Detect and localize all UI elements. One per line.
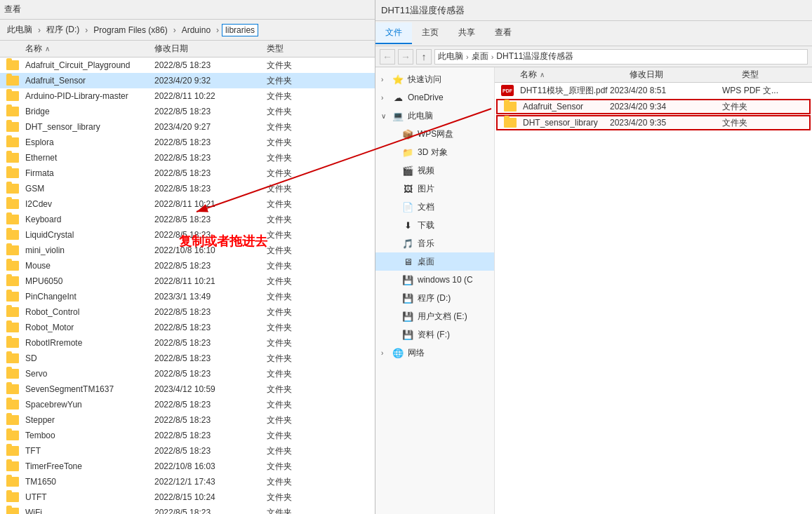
file-type-label: 文件夹: [267, 445, 375, 457]
left-file-row[interactable]: Temboo2022/8/5 18:23文件夹: [0, 428, 375, 443]
nav-item[interactable]: ⬇下载: [375, 216, 494, 234]
breadcrumb-drive[interactable]: 程序 (D:): [44, 23, 82, 36]
file-type-label: 文件夹: [267, 121, 375, 133]
tab-view[interactable]: 查看: [485, 22, 521, 44]
file-name-label: GSM: [25, 184, 154, 194]
left-file-row[interactable]: Mouse2022/8/5 18:23文件夹: [0, 258, 375, 273]
left-column-header: 名称 ∧ 修改日期 类型: [0, 41, 375, 58]
rb-desktop[interactable]: 桌面: [472, 50, 488, 62]
breadcrumb-arduino[interactable]: Arduino: [179, 25, 213, 36]
sep4: ›: [216, 25, 219, 35]
file-date-label: 2022/8/5 18:23: [154, 323, 267, 332]
forward-button[interactable]: →: [398, 49, 413, 65]
file-type-label: 文件夹: [267, 152, 375, 164]
file-name-label: RobotIRremote: [25, 338, 154, 348]
right-file-row[interactable]: PDFDHT11模块_原理图.pdf2023/4/20 8:51WPS PDF …: [495, 83, 812, 98]
nav-arrow-icon: ›: [381, 94, 391, 102]
left-file-row[interactable]: SevenSegmentTM16372023/4/12 10:59文件夹: [0, 381, 375, 397]
nav-item[interactable]: 🖥桌面: [375, 252, 494, 271]
nav-item[interactable]: 💾程序 (D:): [375, 289, 494, 307]
nav-item[interactable]: 💾用户文档 (E:): [375, 307, 494, 325]
rc-name-header[interactable]: 名称 ∧: [495, 69, 630, 81]
right-file-area: 名称 ∧ 修改日期 类型 PDFDHT11模块_原理图.pdf2023/4/20…: [495, 67, 812, 514]
folder-icon: [0, 60, 25, 70]
nav-item-icon: ⬇: [401, 219, 415, 231]
folder-icon: [0, 261, 25, 271]
right-file-name-label: DHT11模块_原理图.pdf: [520, 85, 610, 97]
rb-dht11[interactable]: DHT11温湿度传感器: [496, 50, 573, 62]
right-file-row[interactable]: DHT_sensor_library2023/4/20 9:35文件夹: [496, 115, 811, 130]
breadcrumb-computer[interactable]: 此电脑: [4, 23, 35, 36]
right-file-type-label: 文件夹: [722, 101, 809, 113]
nav-item[interactable]: ›🌐网络: [375, 344, 494, 362]
left-file-row[interactable]: UTFT2022/8/15 10:24文件夹: [0, 489, 375, 505]
file-name-label: Bridge: [25, 107, 154, 116]
left-file-row[interactable]: LiquidCrystal2022/8/5 18:23文件夹: [0, 227, 375, 243]
left-file-row[interactable]: RobotIRremote2022/8/5 18:23文件夹: [0, 335, 375, 351]
left-file-row[interactable]: MPU60502022/8/11 10:21文件夹: [0, 273, 375, 289]
nav-item[interactable]: 🖼图片: [375, 180, 494, 198]
left-file-row[interactable]: Servo2022/8/5 18:23文件夹: [0, 366, 375, 381]
left-file-row[interactable]: Ethernet2022/8/5 18:23文件夹: [0, 150, 375, 165]
left-file-row[interactable]: Robot_Control2022/8/5 18:23文件夹: [0, 304, 375, 320]
left-file-row[interactable]: Adafruit_Circuit_Playground2022/8/5 18:2…: [0, 58, 375, 73]
left-file-row[interactable]: Firmata2022/8/5 18:23文件夹: [0, 165, 375, 181]
left-file-row[interactable]: GSM2022/8/5 18:23文件夹: [0, 181, 375, 196]
file-date-label: 2022/8/5 18:23: [154, 307, 267, 317]
nav-item-label: 音乐: [418, 238, 434, 250]
ribbon: 文件 主页 共享 查看: [375, 21, 812, 46]
tab-share[interactable]: 共享: [448, 22, 485, 44]
folder-icon: [0, 446, 25, 456]
left-file-row[interactable]: Robot_Motor2022/8/5 18:23文件夹: [0, 320, 375, 335]
right-file-row[interactable]: Adafruit_Sensor2023/4/20 9:34文件夹: [496, 99, 811, 114]
nav-item[interactable]: ∨💻此电脑: [375, 107, 494, 125]
file-name-label: Esplora: [25, 137, 154, 147]
left-file-row[interactable]: TFT2022/8/5 18:23文件夹: [0, 443, 375, 459]
left-file-row[interactable]: TimerFreeTone2022/10/8 16:03文件夹: [0, 459, 375, 474]
left-file-row[interactable]: SD2022/8/5 18:23文件夹: [0, 351, 375, 366]
left-file-row[interactable]: Esplora2022/8/5 18:23文件夹: [0, 135, 375, 150]
left-view-label[interactable]: 查看: [4, 4, 21, 15]
file-type-label: 文件夹: [267, 90, 375, 102]
col-name-header[interactable]: 名称 ∧: [0, 43, 154, 55]
nav-item[interactable]: 🎵音乐: [375, 234, 494, 252]
file-name-label: TFT: [25, 446, 154, 456]
left-file-row[interactable]: TM16502022/12/1 17:43文件夹: [0, 474, 375, 489]
nav-item[interactable]: 📦WPS网盘: [375, 125, 494, 143]
back-button[interactable]: ←: [380, 49, 395, 65]
nav-item[interactable]: ›☁OneDrive: [375, 88, 494, 107]
nav-item[interactable]: 💾windows 10 (C: [375, 271, 494, 289]
left-file-row[interactable]: Keyboard2022/8/5 18:23文件夹: [0, 212, 375, 227]
right-file-date-label: 2023/4/20 9:34: [610, 102, 722, 111]
up-button[interactable]: ↑: [416, 49, 432, 65]
folder-icon: [0, 323, 25, 332]
left-file-row[interactable]: DHT_sensor_library2023/4/20 9:27文件夹: [0, 119, 375, 135]
nav-item[interactable]: ›⭐快速访问: [375, 70, 494, 88]
left-file-row[interactable]: I2Cdev2022/8/11 10:21文件夹: [0, 196, 375, 212]
left-file-row[interactable]: PinChangeInt2023/3/1 13:49文件夹: [0, 289, 375, 304]
rb-sep2: ›: [491, 53, 494, 61]
col-date-header[interactable]: 修改日期: [154, 43, 267, 55]
right-content: ›⭐快速访问›☁OneDrive∨💻此电脑📦WPS网盘📁3D 对象🎬视频🖼图片📄…: [375, 67, 812, 514]
left-file-row[interactable]: SpacebrewYun2022/8/5 18:23文件夹: [0, 397, 375, 412]
left-file-row[interactable]: WiFi2022/8/5 18:23文件夹: [0, 505, 375, 514]
nav-item[interactable]: 📁3D 对象: [375, 143, 494, 161]
folder-icon: [498, 118, 523, 128]
nav-item[interactable]: 💾资料 (F:): [375, 325, 494, 344]
left-file-row[interactable]: Stepper2022/8/5 18:23文件夹: [0, 412, 375, 428]
rb-computer[interactable]: 此电脑: [438, 50, 463, 62]
rc-date-header[interactable]: 修改日期: [630, 69, 742, 81]
nav-item[interactable]: 🎬视频: [375, 161, 494, 180]
tab-file[interactable]: 文件: [375, 22, 412, 44]
col-type-header[interactable]: 类型: [267, 43, 375, 55]
left-file-row[interactable]: Adafruit_Sensor2023/4/20 9:32文件夹: [0, 73, 375, 88]
file-name-label: DHT_sensor_library: [25, 122, 154, 132]
nav-item[interactable]: 📄文档: [375, 198, 494, 216]
left-file-row[interactable]: Bridge2022/8/5 18:23文件夹: [0, 104, 375, 119]
breadcrumb-programfiles[interactable]: Program Files (x86): [91, 25, 170, 36]
left-file-row[interactable]: mini_violin2022/10/8 16:10文件夹: [0, 243, 375, 258]
rc-type-header[interactable]: 类型: [742, 69, 812, 81]
tab-home[interactable]: 主页: [412, 22, 448, 44]
left-file-row[interactable]: Arduino-PID-Library-master2022/8/11 10:2…: [0, 88, 375, 104]
breadcrumb-libraries[interactable]: libraries: [222, 24, 258, 36]
